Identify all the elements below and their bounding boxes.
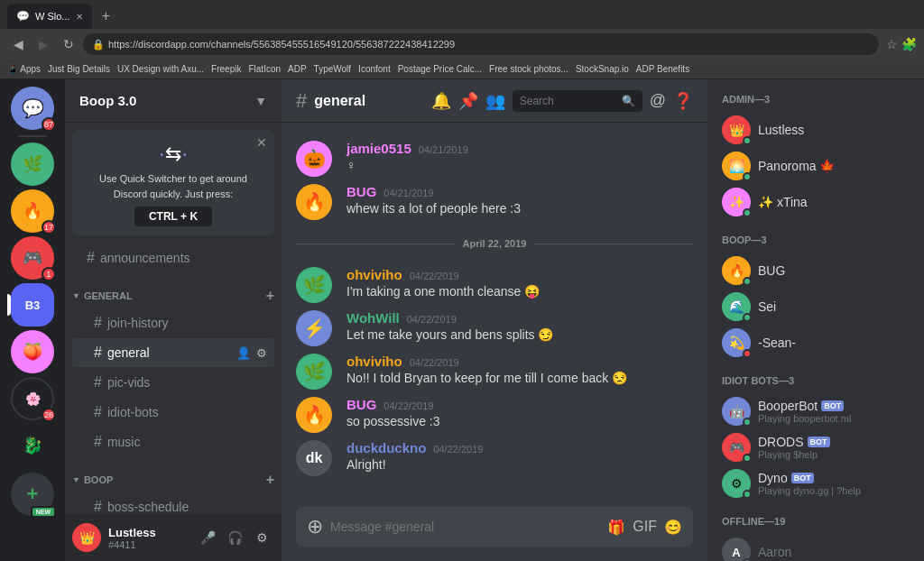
message-row: 🎃 jamie0515 04/21/2019 ♀ <box>282 137 707 180</box>
member-sean[interactable]: 💫 -Sean- <box>715 325 917 361</box>
bookmark-11[interactable]: ADP Benefits <box>636 64 689 74</box>
deafen-button[interactable]: 🎧 <box>222 525 247 550</box>
bookmark-10[interactable]: StockSnap.io <box>576 64 629 74</box>
browser-tab-active[interactable]: 💬 W Slo... ✕ <box>7 4 92 29</box>
message-input[interactable] <box>330 520 600 534</box>
members-button[interactable]: 👥 <box>485 91 505 111</box>
username: Lustless <box>108 526 188 539</box>
server-icon-5[interactable]: 🌸 26 <box>11 377 54 420</box>
category-general-label: GENERAL <box>84 290 133 301</box>
message-header: WohWill 04/22/2019 <box>346 310 693 326</box>
channel-item-idiot-bots[interactable]: # idiot-bots <box>72 398 274 427</box>
notification-button[interactable]: 🔔 <box>431 91 451 111</box>
url-bar[interactable]: 🔒 https://discordapp.com/channels/556385… <box>83 33 879 55</box>
tab-title: W Slo... <box>35 11 70 22</box>
chat-area: # general 🔔 📌 👥 Search 🔍 @ ❓ 🎃 <box>282 79 707 561</box>
bookmark-apps[interactable]: 📱 Apps <box>7 64 41 74</box>
member-avatar: 👑 <box>722 115 751 144</box>
message-text: I'm taking a one month cleanse 😝 <box>346 284 693 299</box>
member-subtitle: Playing dyno.gg | ?help <box>758 485 910 496</box>
server-icon-1[interactable]: 🌿 <box>11 143 54 186</box>
settings-icon[interactable]: ⚙ <box>256 346 267 360</box>
member-panoroma[interactable]: 🌅 Panoroma 🍁 <box>715 148 917 184</box>
member-bug[interactable]: 🔥 BUG <box>715 253 917 289</box>
search-box[interactable]: Search 🔍 <box>513 90 642 112</box>
gift-icon[interactable]: 🎁 <box>607 519 625 536</box>
mute-button[interactable]: 🎤 <box>195 525 220 550</box>
bookmark-6[interactable]: TypeWolf <box>314 64 352 74</box>
bookmark-7[interactable]: Iconfont <box>358 64 391 74</box>
message-text: so possessive :3 <box>346 414 693 428</box>
bookmark-4[interactable]: FlatIcon <box>248 64 281 74</box>
message-content: ohviviho 04/22/2019 I'm taking a one mon… <box>346 267 693 303</box>
bookmark-3[interactable]: Freepik <box>211 64 241 74</box>
user-tag: #4411 <box>108 539 188 550</box>
reload-button[interactable]: ↻ <box>58 37 79 51</box>
member-info: Dyno BOT Playing dyno.gg | ?help <box>758 471 910 496</box>
forward-button[interactable]: ▶ <box>32 37 54 51</box>
message-author: duckduckno <box>346 440 426 455</box>
members-section-title-admin: ADMIN—3 <box>715 94 917 105</box>
member-aaron[interactable]: A Aaron <box>715 534 917 561</box>
chat-input-area: ⊕ 🎁 GIF 😊 <box>282 507 707 561</box>
channel-item-join-history[interactable]: # join-history <box>72 308 274 337</box>
server-icon-home[interactable]: 💬 87 <box>11 87 54 130</box>
member-dyno[interactable]: ⚙ Dyno BOT Playing dyno.gg | ?help <box>715 465 917 501</box>
category-general[interactable]: ▼ GENERAL + <box>65 273 282 308</box>
new-tab-button[interactable]: + <box>94 4 119 29</box>
gif-icon[interactable]: GIF <box>633 519 657 536</box>
server-icon-4[interactable]: 🍑 <box>11 330 54 373</box>
member-xtina[interactable]: ✨ ✨ xTina <box>715 184 917 220</box>
server-icon-6[interactable]: 🐉 <box>11 424 54 467</box>
message-text: whew its a lot of people here :3 <box>346 201 693 216</box>
user-settings-button[interactable]: ⚙ <box>249 525 274 550</box>
channel-item-pic-vids[interactable]: # pic-vids <box>72 368 274 397</box>
message-content: BUG 04/21/2019 whew its a lot of people … <box>346 184 693 220</box>
channel-name-general: general <box>107 345 231 360</box>
channel-item-music[interactable]: # music <box>72 428 274 456</box>
popup-close-icon[interactable]: ✕ <box>256 135 267 150</box>
bookmark-icon[interactable]: ☆ <box>886 37 898 51</box>
bookmark-1[interactable]: Just Big Details <box>48 64 110 74</box>
pin-button[interactable]: 📌 <box>458 91 478 111</box>
extensions-icon[interactable]: 🧩 <box>901 37 917 51</box>
category-boop[interactable]: ▼ BOOP + <box>65 457 282 492</box>
server-icon-3[interactable]: 🎮 1 <box>11 236 54 280</box>
member-drods[interactable]: 🎮 DRODS BOT Playing $help <box>715 429 917 465</box>
bookmark-2[interactable]: UX Design with Axu... <box>117 64 204 74</box>
server-icon-active[interactable]: B3 <box>11 283 54 326</box>
message-row: 🌿 ohviviho 04/22/2019 I'm taking a one m… <box>282 263 707 307</box>
channel-item-boss-schedule[interactable]: # boss-schedule <box>72 492 274 514</box>
member-lustless[interactable]: 👑 Lustless <box>715 112 917 148</box>
server-icon-2[interactable]: 🔥 17 <box>11 189 54 233</box>
server-header[interactable]: Boop 3.0 ▼ <box>65 79 282 123</box>
status-dot <box>743 349 752 358</box>
channel-hash-icon: # <box>94 315 102 331</box>
discord-app: 💬 87 🌿 🔥 17 🎮 1 B3 🍑 <box>0 79 924 561</box>
category-general-add-icon[interactable]: + <box>266 288 274 304</box>
emoji-icon[interactable]: 😊 <box>664 519 682 536</box>
bookmark-8[interactable]: Postage Price Calc... <box>398 64 482 74</box>
message-content: WohWill 04/22/2019 Let me take yours and… <box>346 310 693 346</box>
add-attachment-icon[interactable]: ⊕ <box>307 515 323 538</box>
message-content: jamie0515 04/21/2019 ♀ <box>346 141 693 177</box>
tab-close-icon[interactable]: ✕ <box>76 12 83 22</box>
inbox-button[interactable]: @ <box>650 91 666 110</box>
member-name: Lustless <box>758 123 804 137</box>
channel-item-announcements[interactable]: # announcements <box>72 244 274 272</box>
back-button[interactable]: ◀ <box>7 37 29 51</box>
channel-item-general[interactable]: # general 👤 ⚙ <box>72 338 274 367</box>
user-panel: 👑 Lustless #4411 🎤 🎧 ⚙ <box>65 514 282 561</box>
bookmark-9[interactable]: Free stock photos... <box>489 64 568 74</box>
avatar: 🎃 <box>296 141 332 177</box>
add-server-button[interactable]: + NEW <box>11 473 54 516</box>
message-row: 🔥 BUG 04/21/2019 whew its a lot of peopl… <box>282 180 707 224</box>
member-name: BooperBot <box>758 399 818 413</box>
bookmark-5[interactable]: ADP <box>288 64 307 74</box>
category-boop-add-icon[interactable]: + <box>266 472 274 488</box>
member-booperbot[interactable]: 🤖 BooperBot BOT Playing booperbot.ml <box>715 393 917 429</box>
add-member-icon[interactable]: 👤 <box>236 346 251 360</box>
help-button[interactable]: ❓ <box>673 91 693 111</box>
channel-name-idiot-bots: idiot-bots <box>107 405 267 419</box>
member-sei[interactable]: 🌊 Sei <box>715 289 917 325</box>
